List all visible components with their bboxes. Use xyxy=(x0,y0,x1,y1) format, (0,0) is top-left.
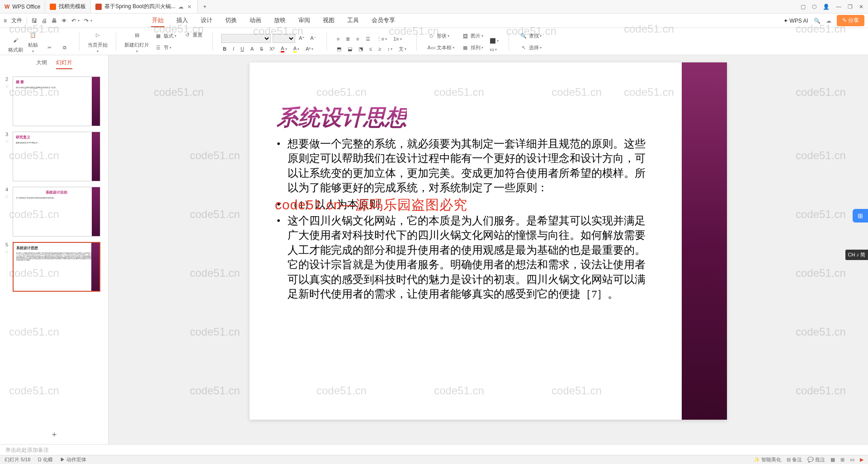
picture-button[interactable]: 🖼图片▾ xyxy=(459,31,485,42)
app-menu-icon[interactable]: ≡ xyxy=(4,18,7,24)
template-icon xyxy=(50,4,56,10)
view-reading-icon[interactable]: ▭ xyxy=(850,457,854,463)
comments-toggle[interactable]: 💬 批注 xyxy=(807,456,825,463)
cloud-sync-icon[interactable]: ☁ xyxy=(826,18,831,24)
tab-slideshow[interactable]: 放映 xyxy=(273,14,287,27)
bold-button[interactable]: B xyxy=(221,45,228,53)
undo-icon[interactable]: ↶ ▾ xyxy=(71,18,80,24)
cut-button[interactable]: ✂ xyxy=(43,43,56,53)
numbering-icon[interactable]: 1≡▾ xyxy=(392,35,404,43)
new-tab-button[interactable]: ＋ xyxy=(198,0,212,13)
tab-design[interactable]: 设计 xyxy=(200,14,213,27)
shape-button[interactable]: ◇形状▾ xyxy=(425,31,456,42)
tab-transition[interactable]: 切换 xyxy=(224,14,238,27)
notes-toggle[interactable]: ⊟ 备注 xyxy=(787,456,802,463)
theme-name: Ω 化蝶 xyxy=(38,456,52,463)
effects-button[interactable]: A xyxy=(249,45,255,53)
select-button[interactable]: ↖选择▾ xyxy=(517,43,543,53)
valign-bot-icon[interactable]: ⬔ xyxy=(357,45,365,53)
slide-thumbnail-3[interactable]: 研究意义随着我国科技水平不断提升... xyxy=(13,132,100,181)
preview-icon[interactable]: 👁 xyxy=(61,18,67,24)
tab-templates[interactable]: 找稻壳模板 xyxy=(45,0,91,13)
user-avatar-icon[interactable]: 👤 xyxy=(823,4,830,10)
text-direction-icon[interactable]: 文▾ xyxy=(397,45,408,53)
align-center-icon[interactable]: ≣ xyxy=(344,35,352,43)
indent-inc-icon[interactable]: ≥ xyxy=(377,45,383,53)
italic-button[interactable]: I xyxy=(231,45,236,53)
thumbnails-list[interactable]: 2☆ 摘 要四川火锅文化网站随着互联网时代到来发生了巨变... 3☆ 研究意义随… xyxy=(0,73,108,424)
close-window-icon[interactable]: ✕ xyxy=(859,4,863,10)
arrange-button[interactable]: ▦排列▾ xyxy=(459,43,485,53)
notes-pane[interactable]: 单击此处添加备注 xyxy=(0,444,868,455)
share-button[interactable]: ✎ 分享 xyxy=(837,15,864,26)
font-family-select[interactable] xyxy=(221,34,271,43)
tab-start[interactable]: 开始 xyxy=(151,14,165,27)
clear-format-button[interactable]: Aᵃ▾ xyxy=(304,45,315,53)
window-mode-icon[interactable]: ▢ xyxy=(801,4,806,10)
font-size-select[interactable] xyxy=(273,34,295,43)
strike-button[interactable]: S̶ xyxy=(258,45,265,53)
add-slide-button[interactable]: ＋ xyxy=(0,424,108,444)
side-tool-button[interactable]: ⊞ xyxy=(853,209,868,223)
tab-insert[interactable]: 插入 xyxy=(175,14,189,27)
view-slideshow-icon[interactable]: ▶ xyxy=(860,457,863,463)
align-right-icon[interactable]: ≡ xyxy=(354,35,361,43)
slides-tab[interactable]: 幻灯片 xyxy=(56,59,72,69)
canvas-viewport[interactable]: 系统设计思想 •想要做一个完整的系统，就必须要为其制定一套详细并且规范的原则。这… xyxy=(108,55,868,444)
maximize-icon[interactable]: ❐ xyxy=(848,4,853,10)
indent-dec-icon[interactable]: ≤ xyxy=(368,45,374,53)
section-icon: ☰ xyxy=(154,43,163,52)
tab-document[interactable]: 基于Spring Boot的四川火锅... ☁ ✕ xyxy=(91,0,198,13)
align-justify-icon[interactable]: ☰ xyxy=(364,35,372,43)
section-button[interactable]: ☰节▾ xyxy=(152,43,178,53)
print-icon[interactable]: 🖶 xyxy=(52,18,57,24)
slide-thumbnail-4[interactable]: 系统设计目的为了适应电子等信息时代和科技加速时代的到来... xyxy=(13,187,100,237)
find-button[interactable]: 🔍查找▾ xyxy=(517,31,543,42)
view-sorter-icon[interactable]: ⊞ xyxy=(840,457,844,463)
outline-button[interactable]: ▭▾ xyxy=(488,46,500,53)
tab-vip[interactable]: 会员专享 xyxy=(371,14,396,27)
highlight-button[interactable]: A▾ xyxy=(292,45,301,53)
wps-ai-button[interactable]: ✦ WPS AI xyxy=(783,18,808,24)
tab-animation[interactable]: 动画 xyxy=(249,14,262,27)
slide-body[interactable]: •想要做一个完整的系统，就必须要为其制定一套详细并且规范的原则。这些原则定可以帮… xyxy=(277,135,652,301)
copy-button[interactable]: ⧉ xyxy=(58,43,71,53)
package-icon[interactable]: ⬡ xyxy=(812,4,816,10)
save-icon[interactable]: 🖫 xyxy=(32,18,37,24)
outline-tab[interactable]: 大纲 xyxy=(36,59,47,69)
textbox-button[interactable]: A▭文本框▾ xyxy=(425,43,456,53)
bullets-icon[interactable]: ⋮≡▾ xyxy=(375,35,389,43)
valign-mid-icon[interactable]: ⬓ xyxy=(346,45,354,53)
slide-title[interactable]: 系统设计思想 xyxy=(277,103,407,132)
minimize-icon[interactable]: — xyxy=(836,4,841,10)
start-from-current-button[interactable]: ▷当页开始▾ xyxy=(88,30,108,53)
new-slide-button[interactable]: ▤新建幻灯片▾ xyxy=(124,30,149,53)
valign-top-icon[interactable]: ⬒ xyxy=(335,45,343,53)
superscript-button[interactable]: X² xyxy=(268,45,276,53)
decrease-font-icon[interactable]: A⁻ xyxy=(308,34,318,43)
slide-canvas[interactable]: 系统设计思想 •想要做一个完整的系统，就必须要为其制定一套详细并且规范的原则。这… xyxy=(250,62,727,420)
reset-button[interactable]: ↺重置 xyxy=(181,30,204,41)
paste-button[interactable]: 📋粘贴▾ xyxy=(26,30,40,53)
redo-icon[interactable]: ↷ ▾ xyxy=(84,18,92,24)
align-left-icon[interactable]: ≡ xyxy=(335,35,341,43)
smart-beautify-button[interactable]: ✨ 智能美化 xyxy=(754,456,781,463)
line-spacing-icon[interactable]: ↕▾ xyxy=(386,45,395,53)
export-icon[interactable]: 🖨 xyxy=(42,18,47,24)
format-painter-button[interactable]: 🖌格式刷 xyxy=(8,35,23,53)
file-menu[interactable]: 文件 xyxy=(11,17,22,24)
tab-view[interactable]: 视图 xyxy=(322,14,335,27)
search-icon[interactable]: 🔍 xyxy=(814,18,821,24)
tab-wps-home[interactable]: W WPS Office xyxy=(0,0,45,13)
tab-review[interactable]: 审阅 xyxy=(297,14,311,27)
slide-thumbnail-5[interactable]: 系统设计思想想要做一个完整的系统就必须要为其制定一套详细并且规范的原则这些原则定… xyxy=(13,242,100,292)
underline-button[interactable]: U xyxy=(239,45,246,53)
font-color-button[interactable]: A▾ xyxy=(279,45,288,53)
close-tab-icon[interactable]: ✕ xyxy=(186,4,193,10)
layout-button[interactable]: ▦版式▾ xyxy=(152,31,178,42)
fill-color-button[interactable]: ⬛▾ xyxy=(488,37,500,45)
slide-thumbnail-2[interactable]: 摘 要四川火锅文化网站随着互联网时代到来发生了巨变... xyxy=(13,76,100,126)
view-normal-icon[interactable]: ▦ xyxy=(830,457,835,463)
increase-font-icon[interactable]: A⁺ xyxy=(297,34,307,43)
tab-tools[interactable]: 工具 xyxy=(346,14,360,27)
